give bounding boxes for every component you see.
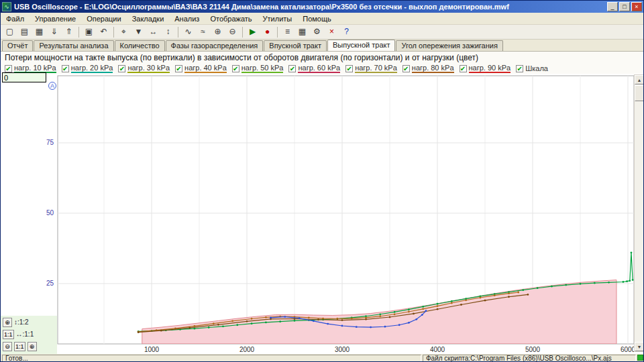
marker-icon[interactable]: ▼ <box>131 25 146 38</box>
svg-text:4000: 4000 <box>430 346 445 353</box>
scroll-thumb[interactable] <box>635 85 644 101</box>
chart-area: 255075100020003000400050006000 A ⊕ ↕:1:2… <box>1 74 644 354</box>
zoom-vertical-button[interactable]: ⊕ <box>3 318 12 327</box>
legend-item-9[interactable]: ✔нагр. 90 kPa <box>460 64 511 73</box>
import-icon[interactable]: ⇓ <box>47 25 61 38</box>
zoom-horizontal-button[interactable]: 1:1 <box>3 330 14 339</box>
tab-5[interactable]: Впускной тракт <box>264 40 327 51</box>
legend-label: нагр. 30 kPa <box>127 64 170 73</box>
close-document-icon[interactable]: × <box>325 25 339 38</box>
menu-item-5[interactable]: Анализ <box>169 13 205 24</box>
menu-item-4[interactable]: Закладки <box>127 13 170 24</box>
new-file-icon[interactable]: ▢ <box>3 25 17 38</box>
zoom-panel: ⊕ ↕:1:2 1:1 ↔:1:1 ⊖ 1:1 ⊕ <box>1 316 57 354</box>
legend-label: нагр. 10 kPa <box>14 64 56 73</box>
svg-text:25: 25 <box>46 280 54 287</box>
legend-label: нагр. 90 kPa <box>469 64 511 73</box>
maximize-button[interactable]: □ <box>619 2 630 11</box>
zoom-out-icon[interactable]: ⊖ <box>225 25 239 38</box>
legend-label: нагр. 60 kPa <box>298 64 340 73</box>
legend-item-1[interactable]: ✔нагр. 10 kPa <box>5 64 56 73</box>
checkbox-checked-icon[interactable]: ✔ <box>402 65 410 72</box>
chart-svg[interactable]: 255075100020003000400050006000 <box>1 74 644 354</box>
report-list-icon[interactable]: ≡ <box>280 25 294 38</box>
checkbox-checked-icon[interactable]: ✔ <box>516 65 523 72</box>
tab-1[interactable]: Отчёт <box>2 40 33 51</box>
zoom-horizontal-label: ↔:1:1 <box>16 330 34 338</box>
tab-6[interactable]: Выпускной тракт <box>327 40 396 51</box>
checkbox-checked-icon[interactable]: ✔ <box>118 65 125 72</box>
checkbox-checked-icon[interactable]: ✔ <box>175 65 182 72</box>
waveform-compare-icon[interactable]: ≈ <box>196 25 210 38</box>
legend-item-2[interactable]: ✔нагр. 20 kPa <box>62 64 113 73</box>
save-icon[interactable]: ▦ <box>32 25 46 38</box>
grid-icon[interactable]: ▦ <box>295 25 309 38</box>
legend-label: нагр. 20 kPa <box>71 64 113 73</box>
tab-4[interactable]: Фазы газораспределения <box>166 40 264 51</box>
zoom-in-button[interactable]: ⊕ <box>28 342 37 351</box>
zoom-out-button[interactable]: ⊖ <box>3 342 12 351</box>
value-input[interactable] <box>2 72 46 82</box>
tab-2[interactable]: Результаты анализа <box>34 40 113 51</box>
copy-icon[interactable]: ▣ <box>82 25 96 38</box>
zoom-in-icon[interactable]: ⊕ <box>211 25 225 38</box>
legend-item-7[interactable]: ✔нагр. 70 kPa <box>345 64 397 73</box>
checkbox-checked-icon[interactable]: ✔ <box>62 65 69 72</box>
svg-text:50: 50 <box>46 209 54 217</box>
menu-item-8[interactable]: Помощь <box>297 13 337 24</box>
svg-text:5000: 5000 <box>525 346 541 353</box>
export-icon[interactable]: ⇑ <box>62 25 76 38</box>
status-script-path: Файл скрипта:C:\Program Files (x86)\USB … <box>423 355 636 362</box>
menu-bar: ФайлУправлениеОперацииЗакладкиАнализОтоб… <box>1 13 643 25</box>
ruler-horizontal-icon[interactable]: ↔ <box>146 25 160 38</box>
toolbar: ▢▤▦⇓⇑▣↶⌖▼↔↕∿≈⊕⊖▶●≡▦⚙×? <box>1 25 643 40</box>
legend-item-3[interactable]: ✔нагр. 30 kPa <box>118 64 170 73</box>
checkbox-checked-icon[interactable]: ✔ <box>288 65 296 72</box>
legend-item-6[interactable]: ✔нагр. 60 kPa <box>288 64 340 73</box>
checkbox-checked-icon[interactable]: ✔ <box>232 65 239 72</box>
close-button[interactable]: × <box>631 2 642 11</box>
checkbox-checked-icon[interactable]: ✔ <box>5 65 12 72</box>
record-icon[interactable]: ● <box>260 25 274 38</box>
scroll-up-arrow-icon[interactable]: ▲ <box>635 75 644 84</box>
tab-7[interactable]: Угол опережения зажигания <box>396 40 502 51</box>
legend-item-5[interactable]: ✔нагр. 50 kPa <box>232 64 284 73</box>
app-window: ∿ USB Oscilloscope - E:\LOG\Осциллограмм… <box>0 0 644 362</box>
title-bar: ∿ USB Oscilloscope - E:\LOG\Осциллограмм… <box>1 1 643 13</box>
menu-item-6[interactable]: Отображать <box>205 13 257 24</box>
status-indicator <box>637 355 643 361</box>
window-controls: _ □ × <box>607 2 642 11</box>
svg-text:1000: 1000 <box>144 346 160 353</box>
menu-item-1[interactable]: Файл <box>1 13 30 24</box>
open-file-icon[interactable]: ▤ <box>17 25 32 38</box>
chart-description: Потери мощности на такте выпуска (по вер… <box>1 52 643 63</box>
vertical-scrollbar[interactable]: ▲ ▼ <box>634 74 644 352</box>
legend-item-8[interactable]: ✔нагр. 80 kPa <box>402 64 454 73</box>
ruler-vertical-icon[interactable]: ↕ <box>161 25 175 38</box>
checkbox-checked-icon[interactable]: ✔ <box>345 65 353 72</box>
play-icon[interactable]: ▶ <box>246 25 260 38</box>
marker-a-badge[interactable]: A <box>48 82 56 90</box>
legend-item-4[interactable]: ✔нагр. 40 kPa <box>175 64 227 73</box>
settings-gear-icon[interactable]: ⚙ <box>310 25 324 38</box>
menu-item-2[interactable]: Управление <box>30 13 81 24</box>
undo-icon[interactable]: ↶ <box>97 25 111 38</box>
toolbar-separator <box>113 27 114 38</box>
menu-item-7[interactable]: Утилиты <box>258 13 298 24</box>
window-title: USB Oscilloscope - E:\LOG\Осциллограммы\… <box>14 3 607 11</box>
zoom-reset-button[interactable]: 1:1 <box>14 342 25 351</box>
help-icon[interactable]: ? <box>339 25 354 38</box>
scroll-down-arrow-icon[interactable]: ▼ <box>635 342 644 351</box>
app-icon: ∿ <box>2 2 11 11</box>
status-message: Готов... <box>2 355 421 362</box>
toolbar-separator <box>78 27 79 38</box>
legend-item-10[interactable]: ✔Шкала <box>516 64 548 72</box>
menu-item-3[interactable]: Операции <box>81 13 126 24</box>
tab-3[interactable]: Количество <box>115 40 165 51</box>
waveform-icon[interactable]: ∿ <box>181 25 195 38</box>
minimize-button[interactable]: _ <box>607 2 618 11</box>
svg-text:2000: 2000 <box>239 346 255 353</box>
svg-text:75: 75 <box>46 139 54 146</box>
cursor-icon[interactable]: ⌖ <box>117 25 131 38</box>
checkbox-checked-icon[interactable]: ✔ <box>460 65 467 72</box>
